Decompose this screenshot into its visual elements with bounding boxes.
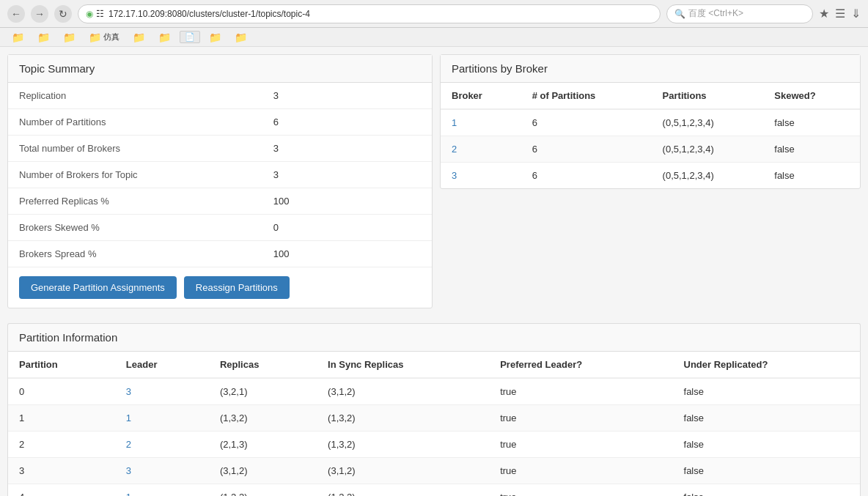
summary-value: 100 [262,188,432,215]
partitions-by-broker-card: Partitions by Broker Broker# of Partitio… [440,54,861,189]
right-panel: Partitions by Broker Broker# of Partitio… [440,54,861,316]
broker-num-partitions: 6 [521,109,652,136]
bookmark-7[interactable]: 📄 [180,31,200,43]
forward-button[interactable]: → [31,5,48,23]
partition-in-sync: (3,1,2) [317,378,489,405]
summary-row: Brokers Skewed % 0 [8,215,432,241]
partition-in-sync: (1,3,2) [317,432,489,458]
broker-col-header: Skewed? [763,83,860,109]
partition-num: 3 [8,458,115,484]
partition-num: 1 [8,405,115,432]
summary-row: Number of Partitions 6 [8,109,432,136]
broker-row: 1 6 (0,5,1,2,3,4) false [441,109,860,136]
broker-row: 2 6 (0,5,1,2,3,4) false [441,136,860,163]
security-icon: ◉ [86,9,93,19]
summary-label: Number of Partitions [8,109,262,136]
star-icon[interactable]: ★ [819,7,829,21]
broker-row: 3 6 (0,5,1,2,3,4) false [441,163,860,189]
refresh-button[interactable]: ↻ [54,5,72,23]
summary-label: Number of Brokers for Topic [8,162,262,188]
bookmark-3[interactable]: 📁 [59,30,80,45]
summary-row: Replication 3 [8,83,432,109]
partition-information-card: PartitionLeaderReplicasIn Sync ReplicasP… [7,351,861,496]
partition-row: 4 1 (1,2,3) (1,3,2) true false [8,484,860,497]
main-layout: Topic Summary Replication 3 Number of Pa… [0,47,868,323]
partition-col-header: Leader [115,352,209,378]
url-text: 172.17.10.209:8080/clusters/cluster-1/to… [108,9,652,19]
partition-col-header: Partition [8,352,115,378]
bookmark-8[interactable]: 📁 [205,30,226,45]
broker-header-row: Broker# of PartitionsPartitionsSkewed? [441,83,860,109]
left-panel: Topic Summary Replication 3 Number of Pa… [7,54,433,316]
partition-in-sync: (1,3,2) [317,484,489,497]
summary-row: Brokers Spread % 100 [8,241,432,267]
search-placeholder: 百度 <Ctrl+K> [688,7,743,20]
download-icon[interactable]: ⇓ [851,7,861,21]
partition-under-replicated: false [673,405,860,432]
grid-icon: ☷ [96,9,104,19]
broker-skewed: false [763,109,860,136]
broker-partitions: (0,5,1,2,3,4) [652,136,764,163]
partition-replicas: (3,1,2) [209,458,317,484]
partition-under-replicated: false [673,458,860,484]
broker-partitions: (0,5,1,2,3,4) [652,109,764,136]
summary-value: 100 [262,241,432,267]
broker-id: 3 [441,163,521,189]
partition-row: 2 2 (2,1,3) (1,3,2) true false [8,432,860,458]
partition-leader: 3 [115,378,209,405]
summary-value: 3 [262,162,432,188]
btn-row: Generate Partition Assignments Reassign … [8,267,432,308]
partition-under-replicated: false [673,484,860,497]
partition-num: 4 [8,484,115,497]
partition-header-row: PartitionLeaderReplicasIn Sync ReplicasP… [8,352,860,378]
broker-col-header: # of Partitions [521,83,652,109]
bookmark-4[interactable]: 📁 仿真 [84,30,124,45]
partition-leader: 2 [115,432,209,458]
toolbar-icons: ★ ☰ ⇓ [819,7,861,21]
partition-information-header: Partition Information [7,323,861,351]
partition-in-sync: (1,3,2) [317,405,489,432]
summary-value: 3 [262,136,432,162]
partition-replicas: (3,2,1) [209,378,317,405]
search-icon: 🔍 [674,9,685,19]
summary-row: Preferred Replicas % 100 [8,188,432,215]
partition-leader: 1 [115,405,209,432]
summary-label: Replication [8,83,262,109]
partition-leader: 3 [115,458,209,484]
summary-value: 6 [262,109,432,136]
partition-num: 0 [8,378,115,405]
bookmark-5[interactable]: 📁 [128,30,150,45]
back-button[interactable]: ← [7,5,25,23]
bookmark-2[interactable]: 📁 [33,30,54,45]
partition-replicas: (1,3,2) [209,405,317,432]
broker-id: 2 [441,136,521,163]
broker-skewed: false [763,136,860,163]
summary-label: Brokers Spread % [8,241,262,267]
partition-information-table: PartitionLeaderReplicasIn Sync ReplicasP… [8,352,860,496]
partition-row: 0 3 (3,2,1) (3,1,2) true false [8,378,860,405]
partition-col-header: Preferred Leader? [489,352,672,378]
partitions-by-broker-header: Partitions by Broker [441,55,860,83]
address-bar[interactable]: ◉ ☷ 172.17.10.209:8080/clusters/cluster-… [78,4,661,23]
broker-col-header: Broker [441,83,521,109]
bookmark-9[interactable]: 📁 [230,30,251,45]
partition-row: 1 1 (1,3,2) (1,3,2) true false [8,405,860,432]
broker-partitions: (0,5,1,2,3,4) [652,163,764,189]
reassign-partitions-button[interactable]: Reassign Partitions [184,276,290,299]
partition-preferred-leader: true [489,378,672,405]
full-width-section: Partition Information PartitionLeaderRep… [0,323,868,496]
reader-icon[interactable]: ☰ [835,7,845,21]
broker-num-partitions: 6 [521,163,652,189]
partition-replicas: (2,1,3) [209,432,317,458]
partition-preferred-leader: true [489,405,672,432]
summary-row: Number of Brokers for Topic 3 [8,162,432,188]
partition-preferred-leader: true [489,458,672,484]
search-bar[interactable]: 🔍 百度 <Ctrl+K> [666,4,813,23]
summary-label: Preferred Replicas % [8,188,262,215]
topic-summary-card: Topic Summary Replication 3 Number of Pa… [7,54,433,308]
partition-leader: 1 [115,484,209,497]
bookmark-1[interactable]: 📁 [7,30,29,45]
bookmark-6[interactable]: 📁 [154,30,175,45]
partition-under-replicated: false [673,432,860,458]
generate-partition-assignments-button[interactable]: Generate Partition Assignments [19,276,177,299]
